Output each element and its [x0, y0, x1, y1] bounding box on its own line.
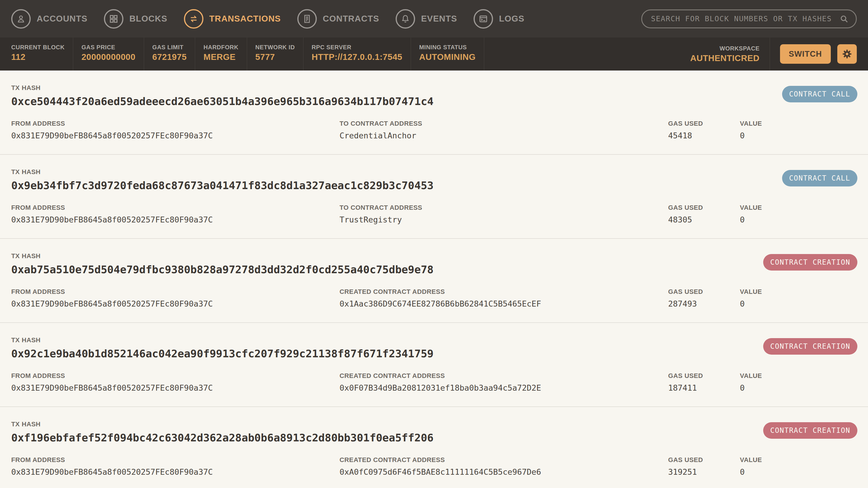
stat-label: HARDFORK — [204, 44, 238, 51]
created-contract-address-label: CREATED CONTRACT ADDRESS — [340, 456, 668, 464]
from-address-label: FROM ADDRESS — [11, 372, 340, 380]
nav-label-logs: LOGS — [499, 14, 524, 24]
search-input[interactable] — [651, 14, 839, 23]
to-address-field: TO CONTRACT ADDRESS CredentialAnchor — [340, 120, 668, 140]
divider — [770, 37, 770, 70]
stat-value: AUTOMINING — [419, 52, 476, 62]
stat-value: 6721975 — [152, 52, 187, 62]
gear-icon — [841, 48, 853, 60]
from-address-value: 0x831E79D90beFB8645a8f00520257FEc80F90a3… — [11, 467, 340, 477]
status-bar: CURRENT BLOCK 112 GAS PRICE 20000000000 … — [0, 37, 868, 70]
stat-label: RPC SERVER — [312, 44, 402, 51]
value-label: VALUE — [740, 204, 857, 212]
value-value: 0 — [740, 215, 857, 224]
from-address-field: FROM ADDRESS 0x831E79D90beFB8645a8f00520… — [11, 204, 340, 224]
from-address-field: FROM ADDRESS 0x831E79D90beFB8645a8f00520… — [11, 288, 340, 308]
created-contract-address-value: 0x0F07B34d9Ba20812031ef18ba0b3aa94c5a72D… — [340, 383, 668, 392]
nav-item-logs[interactable]: LOGS — [473, 9, 524, 29]
top-navigation: ACCOUNTS BLOCKS TRANSACTIONS — [0, 0, 868, 37]
value-field: VALUE 0 — [740, 120, 857, 140]
tx-hash-value: 0x92c1e9ba40b1d852146ac042ea90f9913cfc20… — [11, 348, 857, 360]
tx-type-badge: CONTRACT CALL — [782, 86, 857, 102]
nav-label-events: EVENTS — [421, 14, 457, 24]
transaction-card[interactable]: TX HASH 0xab75a510e75d504e79dfbc9380b828… — [0, 239, 868, 323]
to-address-field: TO CONTRACT ADDRESS TrustRegistry — [340, 204, 668, 224]
to-address-label: TO CONTRACT ADDRESS — [340, 204, 668, 212]
gas-used-field: GAS USED 48305 — [668, 204, 740, 224]
gas-used-field: GAS USED 45418 — [668, 120, 740, 140]
tx-hash-label: TX HASH — [11, 336, 857, 344]
stat-network-id: NETWORK ID 5777 — [247, 37, 304, 70]
from-address-value: 0x831E79D90beFB8645a8f00520257FEc80F90a3… — [11, 383, 340, 392]
nav-item-events[interactable]: EVENTS — [396, 9, 457, 29]
value-field: VALUE 0 — [740, 372, 857, 392]
stat-label: NETWORK ID — [255, 44, 295, 51]
value-field: VALUE 0 — [740, 456, 857, 477]
stat-value: HTTP://127.0.0.1:7545 — [312, 52, 402, 62]
transaction-card[interactable]: TX HASH 0x92c1e9ba40b1d852146ac042ea90f9… — [0, 323, 868, 407]
search-icon[interactable] — [839, 14, 849, 24]
to-address-label: TO CONTRACT ADDRESS — [340, 120, 668, 127]
events-icon — [396, 9, 415, 29]
tx-hash-label: TX HASH — [11, 420, 857, 428]
nav-item-accounts[interactable]: ACCOUNTS — [11, 9, 87, 29]
value-label: VALUE — [740, 372, 857, 380]
transaction-card[interactable]: TX HASH 0xf196ebfafef52f094bc42c63042d36… — [0, 407, 868, 488]
tx-type-badge: CONTRACT CREATION — [763, 422, 857, 439]
nav-label-blocks: BLOCKS — [129, 14, 167, 24]
workspace-info: WORKSPACE AUTHENTICRED — [690, 45, 760, 63]
stat-label: GAS PRICE — [82, 44, 135, 51]
created-contract-address-value: 0x1Aac386D9C674EE82786B6bB62841C5B5465Ec… — [340, 299, 668, 308]
from-address-label: FROM ADDRESS — [11, 204, 340, 212]
tx-hash-label: TX HASH — [11, 252, 857, 260]
created-contract-address-label: CREATED CONTRACT ADDRESS — [340, 288, 668, 296]
workspace-label: WORKSPACE — [690, 45, 760, 52]
transaction-card[interactable]: TX HASH 0x9eb34fbf7c3d9720feda68c87673a0… — [0, 155, 868, 239]
blocks-icon — [104, 9, 123, 29]
stat-value: MERGE — [204, 52, 238, 62]
stat-hardfork: HARDFORK MERGE — [195, 37, 247, 70]
from-address-label: FROM ADDRESS — [11, 120, 340, 127]
settings-button[interactable] — [837, 44, 857, 64]
gas-used-field: GAS USED 187411 — [668, 372, 740, 392]
created-contract-address-value: 0xA0fC0975d6F46f5BAE8c11111164C5B5ce967D… — [340, 467, 668, 477]
nav-item-contracts[interactable]: CONTRACTS — [297, 9, 379, 29]
gas-used-label: GAS USED — [668, 120, 740, 127]
transaction-card[interactable]: TX HASH 0xce504443f20a6ed59adeeecd26ae63… — [0, 70, 868, 155]
accounts-icon — [11, 9, 31, 29]
nav-label-transactions: TRANSACTIONS — [209, 14, 281, 24]
nav-item-transactions[interactable]: TRANSACTIONS — [184, 9, 281, 29]
created-contract-address-field: CREATED CONTRACT ADDRESS 0x1Aac386D9C674… — [340, 288, 668, 308]
from-address-value: 0x831E79D90beFB8645a8f00520257FEc80F90a3… — [11, 131, 340, 140]
value-label: VALUE — [740, 456, 857, 464]
tx-hash-label: TX HASH — [11, 168, 857, 176]
stat-mining-status: MINING STATUS AUTOMINING — [411, 37, 484, 70]
stat-rpc-server: RPC SERVER HTTP://127.0.0.1:7545 — [304, 37, 411, 70]
created-contract-address-field: CREATED CONTRACT ADDRESS 0x0F07B34d9Ba20… — [340, 372, 668, 392]
value-label: VALUE — [740, 288, 857, 296]
tx-hash-value: 0x9eb34fbf7c3d9720feda68c87673a041471f83… — [11, 180, 857, 192]
switch-workspace-button[interactable]: SWITCH — [780, 44, 831, 64]
tx-type-badge: CONTRACT CREATION — [763, 338, 857, 355]
stat-value: 20000000000 — [82, 52, 135, 62]
transactions-icon — [184, 9, 204, 29]
nav-item-blocks[interactable]: BLOCKS — [104, 9, 167, 29]
gas-used-label: GAS USED — [668, 288, 740, 296]
logs-icon — [473, 9, 493, 29]
tx-hash-value: 0xab75a510e75d504e79dfbc9380b828a97278d3… — [11, 263, 857, 275]
value-value: 0 — [740, 467, 857, 477]
gas-used-value: 48305 — [668, 215, 740, 224]
to-address-value: CredentialAnchor — [340, 131, 668, 140]
value-value: 0 — [740, 299, 857, 308]
created-contract-address-label: CREATED CONTRACT ADDRESS — [340, 372, 668, 380]
gas-used-value: 45418 — [668, 131, 740, 140]
created-contract-address-field: CREATED CONTRACT ADDRESS 0xA0fC0975d6F46… — [340, 456, 668, 477]
nav-label-contracts: CONTRACTS — [323, 14, 379, 24]
tx-type-badge: CONTRACT CALL — [782, 170, 857, 187]
stat-value: 5777 — [255, 52, 295, 62]
gas-used-value: 187411 — [668, 383, 740, 392]
value-field: VALUE 0 — [740, 204, 857, 224]
from-address-field: FROM ADDRESS 0x831E79D90beFB8645a8f00520… — [11, 120, 340, 140]
gas-used-value: 287493 — [668, 299, 740, 308]
from-address-value: 0x831E79D90beFB8645a8f00520257FEc80F90a3… — [11, 215, 340, 224]
